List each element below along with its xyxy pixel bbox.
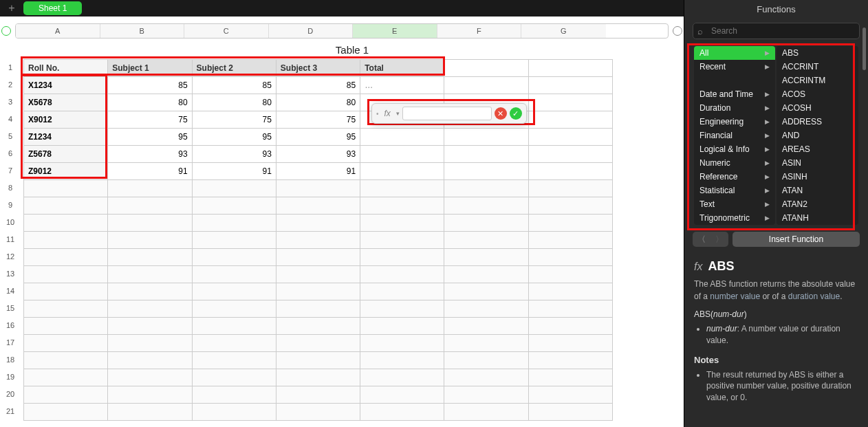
cell-empty[interactable] <box>108 232 192 249</box>
cell-empty[interactable] <box>276 266 360 283</box>
cell-empty[interactable] <box>444 215 528 232</box>
cell-empty[interactable] <box>192 232 276 249</box>
cell-total[interactable] <box>360 163 444 180</box>
cell-empty[interactable] <box>276 197 360 215</box>
column-header-B[interactable]: B <box>100 24 185 38</box>
cell-empty[interactable] <box>276 352 360 369</box>
cell-empty[interactable] <box>444 369 528 386</box>
cell-empty[interactable] <box>360 386 444 404</box>
cell-empty[interactable] <box>444 283 528 300</box>
function-item[interactable]: ASINH <box>777 170 858 184</box>
cell-subject[interactable]: 95 <box>108 129 192 146</box>
category-item[interactable]: Engineering▶ <box>694 115 775 129</box>
cell-roll[interactable]: Z9012 <box>24 163 108 180</box>
cell-subject[interactable]: 95 <box>276 129 360 146</box>
cell-empty[interactable] <box>108 404 192 421</box>
function-list[interactable]: ABSACCRINTACCRINTMACOSACOSHADDRESSANDARE… <box>777 46 858 225</box>
cell-empty[interactable] <box>444 318 528 335</box>
cell-empty[interactable] <box>24 300 108 318</box>
row-header[interactable]: 2 <box>0 76 21 94</box>
cell-subject[interactable]: 93 <box>276 146 360 163</box>
row-header[interactable]: 18 <box>0 351 21 369</box>
cell-empty[interactable] <box>192 404 276 421</box>
cell-empty[interactable] <box>24 369 108 386</box>
cell-empty[interactable] <box>528 163 612 180</box>
header-cell-empty[interactable] <box>444 60 528 77</box>
cell-subject[interactable]: 75 <box>108 111 192 129</box>
cell-empty[interactable] <box>528 232 612 249</box>
category-item[interactable]: All▶ <box>694 46 775 60</box>
header-cell[interactable]: Subject 2 <box>192 60 276 77</box>
cell-empty[interactable] <box>444 232 528 249</box>
cell-empty[interactable] <box>360 404 444 421</box>
cell-empty[interactable] <box>24 232 108 249</box>
row-header[interactable]: 6 <box>0 145 21 162</box>
row-header[interactable]: 9 <box>0 197 21 214</box>
cell-empty[interactable] <box>528 129 612 146</box>
cell-empty[interactable] <box>528 180 612 197</box>
cell-empty[interactable] <box>24 386 108 404</box>
cell-empty[interactable] <box>528 300 612 318</box>
cell-empty[interactable] <box>360 266 444 283</box>
cell-subject[interactable]: 93 <box>108 146 192 163</box>
nav-back-button[interactable]: 〈 <box>693 232 710 247</box>
cell-empty[interactable] <box>108 318 192 335</box>
cell-total[interactable] <box>360 146 444 163</box>
cell-subject[interactable]: 95 <box>192 129 276 146</box>
cell-empty[interactable] <box>192 300 276 318</box>
category-item[interactable]: Recent▶ <box>694 60 775 74</box>
cell-empty[interactable] <box>24 404 108 421</box>
cell-subject[interactable]: 91 <box>108 163 192 180</box>
cell-empty[interactable] <box>192 197 276 215</box>
cell-empty[interactable] <box>360 197 444 215</box>
cell-empty[interactable] <box>192 318 276 335</box>
category-item[interactable]: Trigonometric▶ <box>694 211 775 225</box>
cell-empty[interactable] <box>276 249 360 266</box>
row-handle-start[interactable] <box>0 23 12 39</box>
cell-empty[interactable] <box>528 215 612 232</box>
cell-empty[interactable] <box>192 352 276 369</box>
cell-empty[interactable] <box>276 283 360 300</box>
cell-empty[interactable] <box>528 283 612 300</box>
row-header[interactable]: 20 <box>0 386 21 403</box>
cell-empty[interactable] <box>444 335 528 352</box>
cell-empty[interactable] <box>528 94 612 111</box>
cell-roll[interactable]: X9012 <box>24 111 108 129</box>
cell-empty[interactable] <box>24 352 108 369</box>
cell-subject[interactable]: 85 <box>192 77 276 94</box>
cell-empty[interactable] <box>528 111 612 129</box>
cell-empty[interactable] <box>24 249 108 266</box>
row-header[interactable]: 5 <box>0 128 21 145</box>
cell-empty[interactable] <box>528 386 612 404</box>
cell-empty[interactable] <box>276 369 360 386</box>
function-item[interactable]: ATAN <box>777 184 858 197</box>
cell-empty[interactable] <box>108 386 192 404</box>
cell-empty[interactable] <box>528 404 612 421</box>
cell-roll[interactable]: X1234 <box>24 77 108 94</box>
cell-empty[interactable] <box>24 335 108 352</box>
column-header-F[interactable]: F <box>437 24 522 38</box>
row-header[interactable]: 16 <box>0 317 21 334</box>
cell-empty[interactable] <box>192 180 276 197</box>
cell-empty[interactable] <box>276 300 360 318</box>
row-header[interactable]: 11 <box>0 231 21 248</box>
cell-empty[interactable] <box>528 369 612 386</box>
cell-empty[interactable] <box>444 352 528 369</box>
formula-cancel-button[interactable]: ✕ <box>495 107 507 120</box>
row-header[interactable]: 1 <box>0 59 21 76</box>
header-cell-empty[interactable] <box>528 60 612 77</box>
category-item[interactable]: Numeric▶ <box>694 156 775 170</box>
column-header-C[interactable]: C <box>184 24 269 38</box>
cell-empty[interactable] <box>108 266 192 283</box>
cell-empty[interactable] <box>444 197 528 215</box>
header-cell[interactable]: Subject 3 <box>276 60 360 77</box>
cell-empty[interactable] <box>276 404 360 421</box>
cell-empty[interactable] <box>24 215 108 232</box>
cell-empty[interactable] <box>360 232 444 249</box>
cell-empty[interactable] <box>360 283 444 300</box>
link-number-value[interactable]: number value <box>710 292 760 301</box>
cell-subject[interactable]: 85 <box>108 77 192 94</box>
cell-empty[interactable] <box>444 404 528 421</box>
function-item[interactable]: ABS <box>777 46 858 60</box>
row-header[interactable]: 17 <box>0 334 21 351</box>
